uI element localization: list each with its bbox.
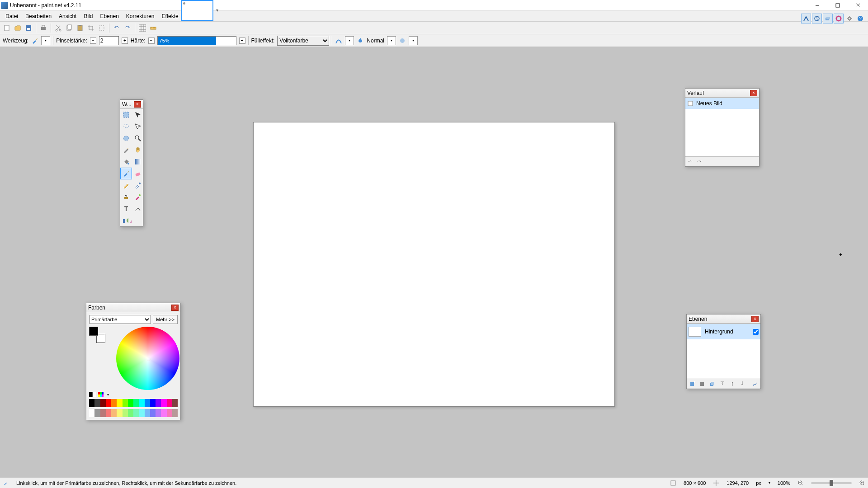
palette-color[interactable] [106,399,111,407]
history-item[interactable]: Neues Bild [685,98,759,109]
tool-pencil[interactable] [120,179,132,191]
print-button[interactable] [38,23,48,33]
palette-color[interactable] [94,409,100,417]
palette-strip-2[interactable] [89,409,178,417]
blend-dropdown[interactable]: ▾ [387,36,396,45]
add-layer-button[interactable]: + [689,380,697,388]
zoom-in-button[interactable] [859,480,865,486]
layer-properties-button[interactable] [750,380,759,388]
menu-bild[interactable]: Bild [80,12,96,21]
toggle-layers-panel[interactable] [823,14,833,23]
palette-color[interactable] [123,399,128,407]
palette-color[interactable] [172,409,178,417]
color-wheel[interactable] [116,327,179,390]
palette-menu-button[interactable] [98,392,105,397]
status-unit[interactable]: px [756,480,761,486]
menu-bearbeiten[interactable]: Bearbeiten [22,12,55,21]
menu-korrekturen[interactable]: Korrekturen [123,12,158,21]
tool-color-picker[interactable] [132,179,144,191]
move-layer-down-button[interactable] [738,380,746,388]
tool-zoom[interactable] [132,132,144,144]
palette-color[interactable] [94,399,100,407]
fill-select[interactable]: Volltonfarbe [277,36,329,46]
deselect-button[interactable] [97,23,107,33]
canvas[interactable] [253,122,615,407]
color-swatches[interactable] [89,327,105,343]
palette-color[interactable] [161,409,166,417]
maximize-button[interactable] [827,0,848,11]
layer-visibility-checkbox[interactable] [753,329,759,335]
new-button[interactable] [2,23,12,33]
reset-colors-button[interactable] [89,392,96,397]
help-button[interactable]: ? [855,14,865,23]
palette-color[interactable] [89,399,94,407]
zoom-out-button[interactable] [797,480,804,486]
open-button[interactable] [13,23,23,33]
paste-button[interactable] [75,23,85,33]
brush-width-input[interactable] [99,36,119,45]
zoom-slider[interactable] [811,482,852,484]
tool-pan[interactable] [132,144,144,156]
palette-color[interactable] [167,399,172,407]
hardness-slider[interactable]: 75% [157,36,236,45]
menu-ansicht[interactable]: Ansicht [55,12,80,21]
history-undo-button[interactable] [687,159,693,165]
brush-width-decrease[interactable]: − [90,38,96,44]
color-which-select[interactable]: Primärfarbe [89,315,151,324]
palette-color[interactable] [156,399,161,407]
crop-button[interactable] [86,23,96,33]
palette-color[interactable] [128,399,133,407]
primary-color-swatch[interactable] [89,327,98,336]
duplicate-layer-button[interactable] [708,380,717,388]
tool-gradient[interactable] [132,156,144,168]
palette-color[interactable] [139,399,144,407]
ruler-button[interactable] [148,23,158,33]
tool-paint-bucket[interactable] [120,156,132,168]
tool-lasso-select[interactable] [120,121,132,132]
grid-button[interactable] [137,23,147,33]
palette-color[interactable] [89,409,94,417]
cut-button[interactable] [53,23,63,33]
palette-color[interactable] [133,399,139,407]
palette-color[interactable] [161,399,166,407]
tool-shapes[interactable] [120,215,132,226]
palette-color[interactable] [117,399,122,407]
palette-color[interactable] [133,409,139,417]
settings-button[interactable] [844,14,854,23]
tool-clone-stamp[interactable] [120,191,132,203]
tool-text[interactable]: T [120,203,132,215]
history-panel-close[interactable]: × [750,90,757,96]
palette-color[interactable] [117,409,122,417]
tool-dropdown[interactable]: ▾ [41,36,50,45]
tool-move-selection[interactable] [132,109,144,121]
tool-move-pixels[interactable] [132,121,144,132]
palette-color[interactable] [156,409,161,417]
overwrite-dropdown[interactable]: ▾ [409,36,418,45]
palette-color[interactable] [172,399,178,407]
palette-color[interactable] [106,409,111,417]
palette-color[interactable] [145,399,150,407]
copy-button[interactable] [64,23,74,33]
colors-more-button[interactable]: Mehr >> [153,315,178,324]
hardness-increase[interactable]: + [239,38,245,44]
merge-down-button[interactable] [718,380,726,388]
tool-eraser[interactable] [132,168,144,179]
palette-color[interactable] [111,409,117,417]
toggle-history-panel[interactable] [812,14,822,23]
palette-color[interactable] [139,409,144,417]
layers-panel-close[interactable]: × [751,316,759,322]
hardness-decrease[interactable]: − [148,38,155,44]
close-button[interactable] [848,0,868,11]
color-wheel-picker[interactable] [147,357,151,361]
toggle-tools-panel[interactable] [801,14,811,23]
tool-magic-wand[interactable] [120,144,132,156]
document-thumbnail[interactable] [181,0,213,21]
menu-datei[interactable]: Datei [2,12,22,21]
palette-strip[interactable] [89,399,178,407]
redo-button[interactable] [123,23,132,33]
minimize-button[interactable] [807,0,827,11]
palette-color[interactable] [128,409,133,417]
delete-layer-button[interactable] [698,380,707,388]
palette-color[interactable] [123,409,128,417]
tool-ellipse-select[interactable] [120,132,132,144]
